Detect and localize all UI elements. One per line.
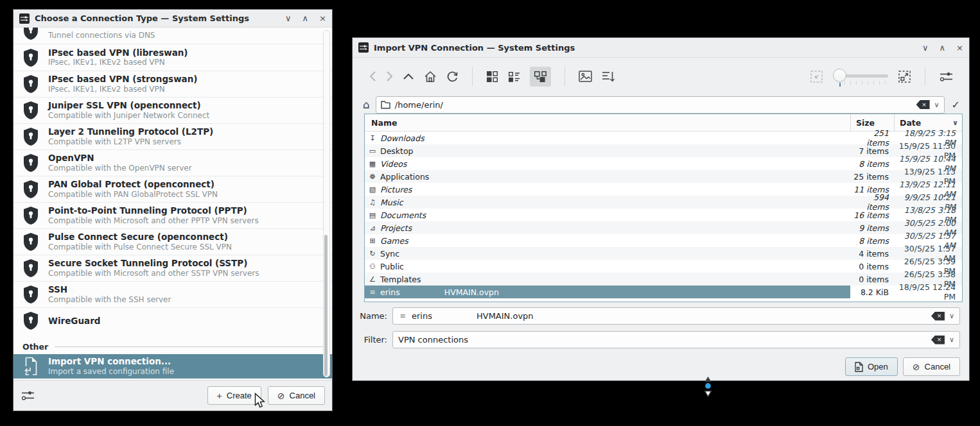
- connection-type-item[interactable]: Secure Socket Tunneling Protocol (SSTP) …: [13, 255, 332, 281]
- table-row[interactable]: ⚇ Public 0 items 26/5/25 3:39 PM: [365, 260, 962, 273]
- table-row[interactable]: ☸ Applications 25 items 13/9/25 1:13 PM: [365, 170, 962, 183]
- file-name: Templates: [380, 275, 421, 284]
- refresh-icon[interactable]: [446, 71, 459, 83]
- connection-type-title: OpenVPN: [48, 153, 192, 164]
- connection-type-item[interactable]: Point-to-Point Tunneling Protocol (PPTP)…: [13, 202, 332, 228]
- maximize-icon[interactable]: ∧: [302, 14, 309, 22]
- configure-icon[interactable]: [21, 389, 35, 402]
- vpn-shield-icon: [22, 206, 39, 225]
- back-icon[interactable]: [369, 71, 376, 82]
- videos-folder-icon: ▦: [368, 160, 377, 167]
- table-row[interactable]: ⊞ Games 8 items 30/5/25 1:57 AM: [365, 234, 962, 247]
- minimize-icon[interactable]: ∨: [922, 44, 929, 52]
- file-name: Public: [380, 262, 404, 271]
- path-input[interactable]: /home/erin/ × ∨: [376, 96, 945, 114]
- filter-input[interactable]: VPN connections × ∨: [392, 331, 960, 348]
- up-icon[interactable]: [403, 73, 414, 80]
- confirm-path-icon[interactable]: ✓: [952, 99, 960, 111]
- plus-icon: +: [217, 391, 222, 400]
- cancel-circle-icon: ⊘: [277, 391, 285, 400]
- icons-view-icon[interactable]: [486, 71, 498, 83]
- scrollbar-thumb[interactable]: [324, 235, 328, 376]
- zoom-out-icon[interactable]: [810, 70, 823, 83]
- connection-type-item[interactable]: Layer 2 Tunneling Protocol (L2TP) Compat…: [13, 123, 332, 149]
- clear-path-icon[interactable]: ×: [916, 100, 930, 109]
- file-size: 25 items: [850, 172, 894, 182]
- connection-type-title: IPsec based VPN (strongswan): [48, 74, 198, 85]
- desktop: { "colors":{ "desktop_bg":"#000000","win…: [0, 0, 980, 426]
- compact-view-icon[interactable]: [508, 71, 520, 82]
- filter-value: VPN connections: [398, 335, 468, 345]
- zoom-slider-handle[interactable]: [833, 69, 846, 82]
- name-input[interactable]: ≡ erins HVMAIN.ovpn × ∨: [392, 307, 960, 325]
- preview-icon[interactable]: [579, 71, 592, 82]
- sort-icon[interactable]: [602, 71, 615, 83]
- connection-type-item[interactable]: IPsec based VPN (libreswan) IPsec, IKEv1…: [13, 44, 332, 71]
- table-row[interactable]: ∠ Templates 0 items 26/5/25 3:38 PM: [365, 273, 962, 285]
- connection-type-item[interactable]: Juniper SSL VPN (openconnect) Compatible…: [13, 97, 332, 123]
- connection-type-subtitle: Compatible with Microsoft and other SSTP…: [48, 269, 259, 278]
- table-row[interactable]: ▭ Desktop 7 items 15/9/25 11:30 PM: [365, 144, 962, 157]
- connection-type-title: IPsec based VPN (libreswan): [48, 47, 188, 58]
- create-button[interactable]: + Create: [207, 386, 261, 405]
- vpn-shield-icon: [22, 259, 39, 278]
- scrollbar[interactable]: [323, 30, 330, 377]
- clear-filter-icon[interactable]: ×: [931, 336, 945, 345]
- clear-name-icon[interactable]: ×: [931, 312, 945, 321]
- maximize-icon[interactable]: ∧: [940, 44, 946, 52]
- system-settings-app-icon: [19, 13, 30, 24]
- minimize-icon[interactable]: ∨: [285, 14, 292, 22]
- cancel-button[interactable]: ⊘ Cancel: [268, 386, 325, 405]
- connection-type-item[interactable]: Pulse Connect Secure (openconnect) Compa…: [13, 228, 332, 255]
- connection-type-subtitle: Compatible with the SSH server: [48, 295, 171, 305]
- column-header-name[interactable]: Name: [365, 114, 850, 131]
- close-icon[interactable]: ×: [319, 14, 326, 22]
- connection-type-title: Pulse Connect Secure (openconnect): [48, 232, 232, 243]
- filter-dropdown-icon[interactable]: ∨: [949, 336, 954, 343]
- titlebar[interactable]: Import VPN Connection — System Settings …: [353, 38, 969, 58]
- file-name: erins: [380, 287, 400, 297]
- connection-type-item[interactable]: SSH Compatible with the SSH server: [13, 281, 332, 307]
- cancel-button[interactable]: ⊘ Cancel: [903, 357, 960, 376]
- file-size: 8.2 KiB: [850, 287, 894, 297]
- table-row[interactable]: ▦ Videos 8 items 15/9/25 10:44 PM: [365, 157, 962, 170]
- connection-type-item[interactable]: OpenVPN Compatible with the OpenVPN serv…: [13, 149, 332, 176]
- file-size: 9 items: [850, 223, 894, 233]
- connection-type-subtitle: Compatible with PAN GlobalProtect SSL VP…: [48, 190, 218, 200]
- window-title: Choose a Connection Type — System Settin…: [35, 13, 280, 23]
- zoom-slider[interactable]: [833, 67, 888, 86]
- details-tree-view-icon[interactable]: [530, 67, 551, 87]
- file-name: Pictures: [380, 185, 412, 194]
- options-icon[interactable]: [939, 70, 954, 83]
- connection-type-item[interactable]: PAN Global Protect (openconnect) Compati…: [13, 176, 332, 202]
- forward-icon[interactable]: [386, 71, 393, 82]
- open-button[interactable]: Open: [845, 357, 898, 376]
- connection-type-item-partial[interactable]: Tunnel connections via DNS: [13, 28, 332, 44]
- projects-folder-icon: ⊿: [368, 225, 377, 232]
- close-icon[interactable]: ×: [956, 44, 963, 52]
- zoom-in-icon[interactable]: [898, 70, 911, 83]
- table-row[interactable]: ♫ Music 594 items 9/9/25 10:21 PM: [365, 196, 962, 209]
- file-name: Music: [380, 198, 403, 207]
- connection-type-subtitle: Compatible with the OpenVPN server: [48, 164, 192, 173]
- titlebar[interactable]: Choose a Connection Type — System Settin…: [13, 10, 332, 28]
- connection-type-item[interactable]: WireGuard: [13, 307, 332, 334]
- home-icon[interactable]: [424, 71, 437, 83]
- table-row[interactable]: ≡ erins HVMAIN.ovpn 8.2 KiB 18/9/25 12:2…: [365, 285, 962, 298]
- ovpn-file-icon: ≡: [368, 289, 377, 296]
- table-row[interactable]: ▤ Documents 16 items 13/8/25 3:18 PM: [365, 209, 962, 221]
- vpn-shield-icon: [22, 28, 39, 40]
- name-dropdown-icon[interactable]: ∨: [949, 312, 954, 320]
- table-row[interactable]: ↧ Downloads 251 items 18/9/25 3:15 PM: [365, 132, 962, 144]
- table-row[interactable]: ↻ Sync 4 items 30/5/25 1:57 AM: [365, 247, 962, 260]
- connection-type-list: Tunnel connections via DNS IPsec based V…: [13, 28, 332, 380]
- connection-type-item[interactable]: IPsec based VPN (strongswan) IPsec, IKEv…: [13, 71, 332, 97]
- desktop-folder-icon: ▭: [368, 148, 377, 155]
- path-dropdown-icon[interactable]: ∨: [934, 101, 940, 108]
- name-value: erins: [412, 311, 432, 321]
- import-vpn-connection-item[interactable]: Import VPN connection... Import a saved …: [13, 354, 332, 379]
- connection-type-subtitle: Compatible with Pulse Connect Secure SSL…: [48, 243, 232, 252]
- home-path-icon[interactable]: ⌂: [363, 99, 370, 110]
- table-row[interactable]: ⊿ Projects 9 items 30/5/25 2:00 AM: [365, 221, 962, 234]
- connection-type-title: SSH: [48, 284, 171, 295]
